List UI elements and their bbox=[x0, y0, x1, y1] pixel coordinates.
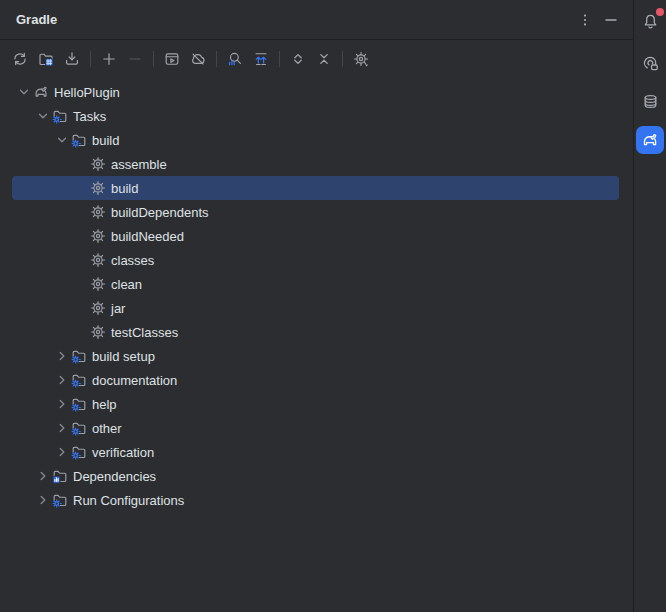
minus-icon bbox=[127, 51, 143, 67]
tree-row[interactable]: build bbox=[0, 128, 633, 152]
tree-row[interactable]: documentation bbox=[0, 368, 633, 392]
tree-row[interactable]: assemble bbox=[0, 152, 633, 176]
tree-row[interactable]: testClasses bbox=[0, 320, 633, 344]
folder-gear-icon bbox=[71, 132, 87, 148]
folder-grid-icon bbox=[38, 51, 54, 67]
plus-icon bbox=[101, 51, 117, 67]
gear-icon bbox=[90, 180, 106, 196]
tree-row[interactable]: jar bbox=[0, 296, 633, 320]
chevron-right-icon[interactable] bbox=[33, 492, 52, 508]
download-sources-button[interactable] bbox=[60, 47, 84, 71]
chevron-right-icon[interactable] bbox=[52, 396, 71, 412]
cloud-offline-icon bbox=[190, 51, 206, 67]
tree-row[interactable]: buildNeeded bbox=[0, 224, 633, 248]
detach-gradle-project-button[interactable] bbox=[123, 47, 147, 71]
chevron-right-icon[interactable] bbox=[52, 444, 71, 460]
settings-button[interactable] bbox=[349, 47, 373, 71]
gradle-button[interactable] bbox=[636, 126, 664, 154]
folder-gear-icon bbox=[52, 108, 68, 124]
tree-item-label: help bbox=[92, 397, 117, 412]
dependency-analyzer-button[interactable] bbox=[223, 47, 247, 71]
tree-item-label: HelloPlugin bbox=[54, 85, 120, 100]
folder-gear-icon bbox=[71, 420, 87, 436]
tree-row[interactable]: Dependencies bbox=[0, 464, 633, 488]
sync-all-gradle-projects-button[interactable] bbox=[8, 47, 32, 71]
collapse-all-button[interactable] bbox=[312, 47, 336, 71]
tree-row[interactable]: build setup bbox=[0, 344, 633, 368]
gradle-toolbar bbox=[0, 40, 633, 78]
tree-item-label: build setup bbox=[92, 349, 155, 364]
folder-chart-icon bbox=[52, 468, 68, 484]
hide-tool-window-button[interactable] bbox=[599, 8, 623, 32]
folder-gear-icon bbox=[71, 372, 87, 388]
gear-icon bbox=[90, 252, 106, 268]
tree-row[interactable]: verification bbox=[0, 440, 633, 464]
tree-item-label: classes bbox=[111, 253, 154, 268]
reload-all-gradle-projects-button[interactable] bbox=[34, 47, 58, 71]
database-icon bbox=[642, 93, 659, 110]
more-options-button[interactable] bbox=[573, 8, 597, 32]
toggle-offline-mode-button[interactable] bbox=[186, 47, 210, 71]
chevron-down-icon[interactable] bbox=[33, 108, 52, 124]
analyzer-icon bbox=[227, 51, 243, 67]
chevron-spacer bbox=[71, 156, 90, 172]
folder-gear-icon bbox=[71, 348, 87, 364]
tree-item-label: other bbox=[92, 421, 122, 436]
toolbar-separator bbox=[90, 51, 91, 67]
tree-row[interactable]: Run Configurations bbox=[0, 488, 633, 512]
running-devices-button[interactable] bbox=[638, 51, 662, 75]
chevron-right-icon[interactable] bbox=[52, 348, 71, 364]
tool-window-stripe-right bbox=[634, 0, 666, 612]
gradle-icon bbox=[33, 84, 49, 100]
tree-item-label: buildDependents bbox=[111, 205, 209, 220]
notifications-button[interactable] bbox=[638, 9, 662, 33]
toolbar-separator bbox=[342, 51, 343, 67]
chevron-spacer bbox=[71, 204, 90, 220]
tree-row[interactable]: help bbox=[0, 392, 633, 416]
tree-row[interactable]: HelloPlugin bbox=[0, 80, 633, 104]
folder-gear-icon bbox=[71, 396, 87, 412]
task-activation-button[interactable] bbox=[249, 47, 273, 71]
tree-item-label: verification bbox=[92, 445, 154, 460]
gradle-tree: HelloPluginTasksbuildassemblebuildbuildD… bbox=[0, 78, 633, 512]
gear-icon bbox=[90, 204, 106, 220]
chevron-spacer bbox=[71, 324, 90, 340]
database-button[interactable] bbox=[638, 89, 662, 113]
chevron-down-icon[interactable] bbox=[52, 132, 71, 148]
tree-item-label: assemble bbox=[111, 157, 167, 172]
tree-row[interactable]: build bbox=[0, 176, 633, 200]
bell-icon bbox=[642, 13, 659, 30]
expand-all-icon bbox=[290, 51, 306, 67]
kebab-icon bbox=[577, 12, 593, 28]
tree-item-label: buildNeeded bbox=[111, 229, 184, 244]
gear-icon bbox=[90, 324, 106, 340]
tree-row[interactable]: Tasks bbox=[0, 104, 633, 128]
title-actions bbox=[573, 8, 623, 32]
execute-gradle-task-button[interactable] bbox=[160, 47, 184, 71]
notification-badge bbox=[656, 8, 664, 16]
chevron-right-icon[interactable] bbox=[33, 468, 52, 484]
tree-row[interactable]: clean bbox=[0, 272, 633, 296]
folder-gear-icon bbox=[52, 492, 68, 508]
tree-row[interactable]: buildDependents bbox=[0, 200, 633, 224]
gradle-tool-window: Gradle HelloPluginTasksbuildassemblebuil… bbox=[0, 0, 634, 612]
chevron-down-icon[interactable] bbox=[14, 84, 33, 100]
sync-icon bbox=[12, 51, 28, 67]
gear-icon bbox=[90, 300, 106, 316]
chevron-spacer bbox=[71, 276, 90, 292]
add-gradle-project-button[interactable] bbox=[97, 47, 121, 71]
tool-window-title: Gradle bbox=[16, 12, 573, 27]
tool-window-header: Gradle bbox=[0, 0, 633, 40]
hide-icon bbox=[603, 12, 619, 28]
tree-item-label: Tasks bbox=[73, 109, 106, 124]
tree-row[interactable]: classes bbox=[0, 248, 633, 272]
tree-item-label: testClasses bbox=[111, 325, 178, 340]
chevron-right-icon[interactable] bbox=[52, 372, 71, 388]
run-task-icon bbox=[164, 51, 180, 67]
chevron-right-icon[interactable] bbox=[52, 420, 71, 436]
expand-all-button[interactable] bbox=[286, 47, 310, 71]
tree-row[interactable]: other bbox=[0, 416, 633, 440]
gear-icon bbox=[90, 276, 106, 292]
gear-icon bbox=[90, 156, 106, 172]
collapse-all-icon bbox=[316, 51, 332, 67]
